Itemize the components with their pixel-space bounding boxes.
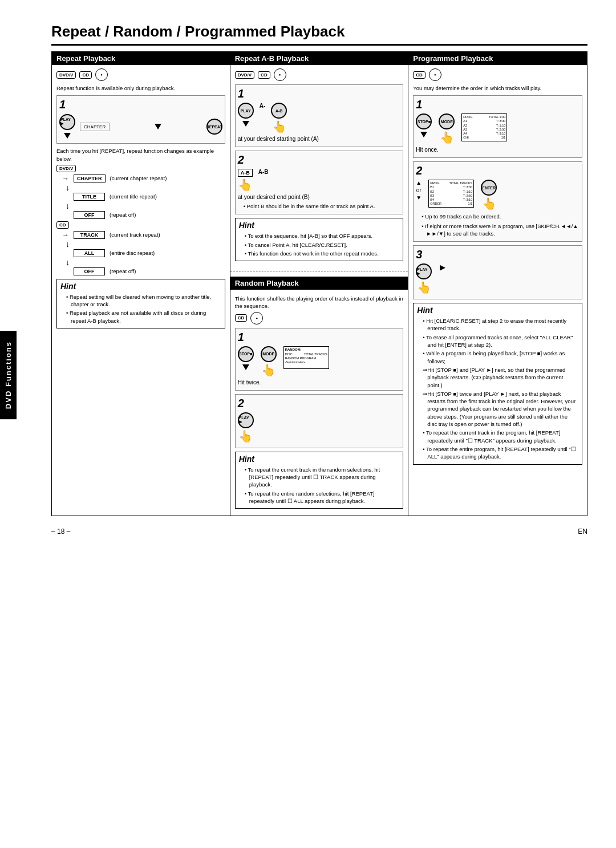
prog-icons-row: CD ● [413, 68, 582, 81]
dvdv-icon: DVD/V [56, 71, 76, 79]
prog-stop-icon: STOP■ [416, 113, 432, 129]
disc-icon-random: ● [250, 312, 263, 324]
disc-icon-ab: ● [274, 68, 286, 81]
arrow5-down-icon [420, 132, 427, 137]
repeat-step1-diagram: PLAY ▶ CHAPTER REPEAT [59, 112, 222, 141]
disc-icon-prog: ● [429, 68, 441, 81]
main-content-area: Repeat Playback DVD/V CD ● Repeat functi… [51, 51, 587, 516]
prog-intro: You may determine the order in which tra… [413, 84, 582, 92]
ab-step1-diagram: PLAY A- A-B 👆 [238, 103, 401, 133]
off2-desc: (repeat off) [110, 268, 136, 274]
prog-mode-icon: MODE [439, 113, 455, 129]
dvd-functions-sidebar: DVD Functions [0, 331, 17, 419]
random-step1: 1 STOP■ MODE 👆 [235, 328, 404, 391]
off-desc: (repeat off) [110, 212, 136, 218]
prog-step2-num: 2 [416, 164, 579, 177]
random-section: Random Playback This function shuffles t… [230, 277, 408, 516]
track-row: → TRACK (current track repeat) [62, 231, 225, 239]
prog-step1-diagram: STOP■ MODE 👆 PROGTOTAL 1:00 A1T: 3:30 A2… [416, 113, 579, 144]
programmed-header: Programmed Playback [408, 52, 587, 65]
random-hint-line1: • To repeat the current track in the ran… [245, 466, 400, 489]
cd-icon-prog: CD [413, 71, 425, 79]
hand-press5-icon: 👆 [440, 131, 454, 144]
ab-hint-line3: • This function does not work in the oth… [245, 250, 400, 257]
ab-btn2-diagram: A-B 👆 [238, 169, 253, 192]
arrow3-down-icon [242, 121, 249, 127]
ab-step2-sub: • Point B should be in the same title or… [244, 202, 401, 210]
stop-btn-diagram: STOP■ [238, 346, 254, 371]
prog-step3-num: 3 [416, 248, 579, 261]
hand-press7-icon: 👆 [417, 281, 431, 294]
random-header: Random Playback [230, 277, 408, 290]
cd-icon-repeat: CD [79, 71, 92, 79]
prog-step1-caption: Hit once. [416, 147, 579, 153]
prog-stop-btn: STOP■ [416, 113, 432, 139]
ab-step2-caption: at your desired end point (B) [238, 194, 401, 200]
random-icons-row: CD ● [235, 312, 404, 324]
prog-play-icon: PLAY ▶ [416, 263, 432, 279]
arrow4-down-icon [242, 364, 249, 370]
cd-flow-icon: CD [56, 221, 69, 229]
ab-header: Repeat A-B Playback [230, 52, 408, 65]
track-desc: (current track repeat) [110, 232, 160, 238]
prog-step2-bullets: • Up to 99 tracks can be ordered. • If e… [416, 213, 579, 237]
random-step1-caption: Hit twice. [238, 379, 401, 386]
repeat-step1-num: 1 [59, 98, 222, 111]
cd-flow: → TRACK (current track repeat) ↓ → [62, 231, 225, 275]
hand-press6-icon: 👆 [482, 197, 496, 210]
ab-hint-box: Hint • To exit the sequence, hit [A-B] s… [235, 218, 404, 261]
arrow-right-icon: → [62, 175, 69, 182]
prog-step2-bullet2: • If eight or more tracks were in a prog… [422, 222, 579, 238]
hand-press4-icon: 👆 [238, 429, 253, 443]
programmed-col: Programmed Playback CD ● You may determi… [408, 52, 587, 516]
title-desc: (current title repeat) [110, 193, 157, 200]
chapter-box: CHAPTER [74, 175, 106, 182]
repeat-intro: Repeat function is available only during… [56, 84, 225, 92]
hand-press2-icon: 👆 [238, 178, 252, 192]
page-locale: EN [578, 528, 587, 535]
prog-play-btn: PLAY ▶ 👆 [416, 263, 432, 294]
down-arrow-icon3: ↓ [66, 240, 70, 249]
random-hint-text: • To repeat the current track in the ran… [239, 466, 400, 505]
cd-icon-ab: CD [258, 71, 270, 79]
off2-row: → OFF (repeat off) [62, 267, 225, 275]
prog-hint-line2: • To erase all programmed tracks at once… [423, 334, 578, 349]
chapter-desc: (current chapter repeat) [110, 175, 167, 181]
off-row: → OFF (repeat off) [62, 211, 225, 219]
ab-becomes: A-B [258, 169, 269, 175]
page-title: Repeat / Random / Programmed Playback [51, 23, 587, 46]
ab-label-a: A- [260, 103, 266, 109]
prog-step3: 3 PLAY ▶ 👆 ▶ [413, 245, 582, 299]
random-step2-num: 2 [238, 397, 401, 410]
random-hint-box: Hint • To repeat the current track in th… [235, 452, 404, 509]
cd-icon-random: CD [235, 314, 248, 322]
ab-hint-line1: • To exit the sequence, hit [A-B] so tha… [245, 232, 400, 240]
repeat-icons-row: DVD/V CD ● [56, 68, 225, 81]
off-box: OFF [74, 211, 105, 219]
prog-hint-title: Hint [417, 306, 578, 315]
random-step1-num: 1 [238, 331, 401, 344]
prog-step2-bullet1: • Up to 99 tracks can be ordered. [422, 213, 579, 220]
ab-step1-num: 1 [238, 87, 401, 100]
play-btn-icon: PLAY ▶ [59, 114, 75, 130]
ab-random-col: Repeat A-B Playback DVD/V CD ● 1 [230, 52, 409, 516]
random-hint-title: Hint [239, 455, 400, 464]
prog-step1-num: 1 [416, 98, 579, 111]
prog-step3-diagram: PLAY ▶ 👆 ▶ [416, 263, 579, 294]
prog-step1: 1 STOP■ MODE 👆 PROGTOTAL 1:00 [413, 95, 582, 158]
arrow2-down-icon [155, 124, 161, 129]
all-desc: (entire disc repeat) [110, 250, 155, 256]
repeat-playback-header: Repeat Playback [52, 52, 230, 65]
ab-step2-num: 2 [238, 153, 401, 167]
dvdv-repeat-section: DVD/V → CHAPTER (current chapter repeat) [56, 165, 225, 219]
prog-nav-diagram: ▲ or ▼ [416, 180, 422, 201]
play-btn3-diagram: PLAY ▶ 👆 [238, 412, 254, 443]
prog-hint-line1: • Hit [CLEAR/C.RESET] at step 2 to erase… [423, 317, 578, 332]
all-box: ALL [74, 249, 105, 257]
random-hint-line2: • To repeat the entire random selections… [245, 490, 400, 505]
random-step2: 2 PLAY ▶ 👆 [235, 394, 404, 448]
track-box: TRACK [74, 231, 105, 239]
play-indicator: ▶ [440, 263, 445, 271]
random-step1-diagram: STOP■ MODE 👆 RANDOM DISCTOTAL TRACKS [238, 346, 401, 377]
off2-box: OFF [74, 267, 105, 275]
